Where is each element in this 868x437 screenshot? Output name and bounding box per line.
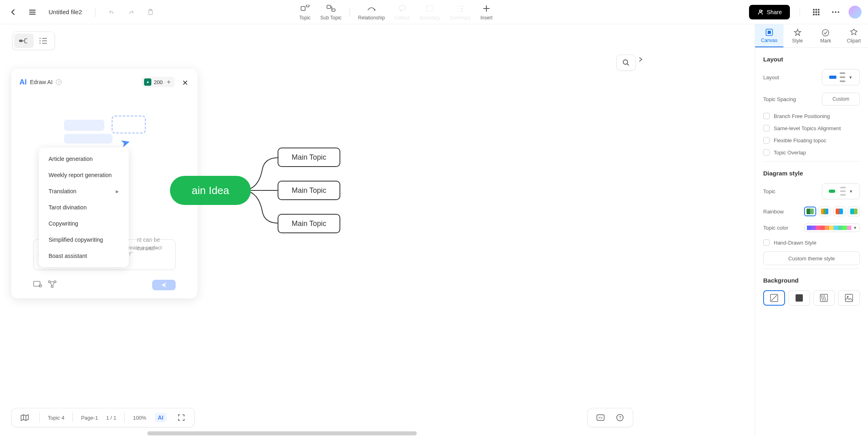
- boundary-icon: [425, 4, 435, 13]
- tab-style[interactable]: Style: [783, 24, 812, 47]
- main-idea-node[interactable]: ain Idea: [170, 176, 251, 205]
- callout-tool[interactable]: Callout: [390, 2, 414, 22]
- svg-rect-15: [813, 14, 815, 15]
- bg-pattern[interactable]: [813, 290, 835, 306]
- svg-point-29: [51, 286, 53, 288]
- horizontal-scrollbar[interactable]: [147, 431, 417, 435]
- paste-button[interactable]: [144, 6, 157, 19]
- svg-point-18: [832, 11, 834, 13]
- status-bar: Topic 4 Page-1 1 / 1 100% AI: [11, 408, 195, 427]
- svg-text:?: ?: [619, 415, 621, 420]
- close-button[interactable]: ✕: [182, 78, 189, 86]
- no-bg-icon: [770, 293, 779, 302]
- back-button[interactable]: [6, 6, 19, 19]
- background-section-title: Background: [763, 277, 860, 284]
- custom-theme-button[interactable]: Custom theme style: [763, 251, 860, 265]
- menu-boast-assistant[interactable]: Boast assistant: [39, 248, 129, 264]
- diagram-style-title: Diagram style: [763, 170, 860, 177]
- bg-none[interactable]: [763, 290, 785, 306]
- tab-canvas[interactable]: Canvas: [755, 24, 783, 47]
- svg-rect-36: [768, 31, 771, 34]
- top-left-group: Untitled file2: [6, 6, 157, 19]
- search-icon: [622, 59, 630, 66]
- svg-point-20: [838, 11, 839, 13]
- map-icon: [21, 414, 29, 421]
- rainbow-opt-3[interactable]: [833, 207, 845, 216]
- solid-bg-icon: [795, 293, 804, 302]
- overlap-checkbox[interactable]: [763, 149, 770, 156]
- map-button[interactable]: [18, 411, 31, 424]
- share-label: Share: [767, 9, 782, 15]
- undo-button[interactable]: [105, 6, 118, 19]
- menu-button[interactable]: [26, 6, 39, 19]
- nodes-icon[interactable]: [48, 280, 57, 290]
- file-title[interactable]: Untitled file2: [45, 8, 85, 15]
- add-tokens-button[interactable]: +: [165, 78, 172, 86]
- help-button[interactable]: ?: [613, 411, 626, 424]
- mindmap-view-button[interactable]: [14, 34, 34, 48]
- page-label[interactable]: Page-1: [81, 415, 98, 421]
- canvas-icon: [765, 28, 774, 37]
- chevron-down-icon: ▼: [849, 189, 853, 194]
- hand-drawn-checkbox[interactable]: [763, 239, 770, 246]
- info-icon[interactable]: ?: [56, 79, 62, 85]
- tab-mark[interactable]: Mark: [812, 24, 840, 47]
- canvas[interactable]: AI Edraw AI ? ✦ 200 + ✕ ➤: [0, 24, 755, 437]
- menu-translation[interactable]: Translation▶: [39, 183, 129, 199]
- custom-spacing-button[interactable]: Custom: [822, 93, 860, 106]
- redo-button[interactable]: [125, 6, 138, 19]
- flexible-checkbox[interactable]: [763, 137, 770, 144]
- topic-node-1[interactable]: Main Topic: [278, 148, 340, 167]
- overlap-label: Topic Overlap: [774, 150, 806, 156]
- ai-toggle-button[interactable]: AI: [155, 413, 167, 422]
- menu-article-generation[interactable]: Article generation: [39, 151, 129, 167]
- card-icon[interactable]: [33, 280, 43, 290]
- function-button[interactable]: Fn: [594, 411, 607, 424]
- menu-simplified-copy[interactable]: Simplified copywriting: [39, 232, 129, 248]
- same-level-checkbox[interactable]: [763, 125, 770, 131]
- relationship-tool[interactable]: Relationship: [353, 2, 390, 22]
- top-toolbar: Untitled file2 Topic Sub Topic Relations…: [0, 0, 868, 24]
- outline-view-button[interactable]: [34, 34, 53, 48]
- user-avatar[interactable]: [849, 6, 862, 19]
- collapse-panel-button[interactable]: [639, 57, 643, 64]
- flexible-label: Flexible Floating topoc: [774, 137, 826, 144]
- layout-select[interactable]: ▼: [822, 69, 860, 85]
- sub-topic-tool[interactable]: Sub Topic: [316, 2, 346, 22]
- layout-preview-icon: [829, 72, 845, 82]
- menu-tarot[interactable]: Tarot divination: [39, 199, 129, 215]
- topic-color-select[interactable]: ▼: [804, 224, 860, 232]
- bg-solid[interactable]: [788, 290, 810, 306]
- boundary-tool[interactable]: Boundary: [414, 2, 445, 22]
- zoom-level[interactable]: 100%: [133, 415, 146, 421]
- svg-point-37: [822, 30, 829, 36]
- topic-node-3[interactable]: Main Topic: [278, 214, 340, 233]
- share-button[interactable]: Share: [749, 5, 790, 19]
- divider: [800, 7, 800, 17]
- tool-label: Sub Topic: [320, 15, 342, 21]
- menu-weekly-report[interactable]: Weekly report generation: [39, 167, 129, 183]
- rainbow-opt-4[interactable]: [848, 207, 860, 216]
- summary-tool[interactable]: Summary: [445, 2, 475, 22]
- bg-image[interactable]: [838, 290, 860, 306]
- fullscreen-button[interactable]: [175, 411, 188, 424]
- topic-style-select[interactable]: ▼: [822, 183, 860, 199]
- topic-node-2[interactable]: Main Topic: [278, 181, 340, 200]
- callout-icon: [397, 4, 407, 13]
- menu-copywriting[interactable]: Copywriting: [39, 215, 129, 232]
- insert-tool[interactable]: Insert: [475, 2, 497, 22]
- svg-rect-16: [815, 14, 817, 15]
- send-button[interactable]: [152, 280, 176, 290]
- rainbow-opt-2[interactable]: [819, 207, 831, 216]
- branch-free-checkbox[interactable]: [763, 113, 770, 119]
- search-button[interactable]: [616, 55, 636, 71]
- main-tools: Topic Sub Topic Relationship Callout Bou…: [295, 2, 498, 22]
- chevron-right-icon: [639, 57, 643, 62]
- topic-tool[interactable]: Topic: [295, 2, 316, 22]
- more-button[interactable]: [829, 6, 842, 19]
- rainbow-opt-1[interactable]: [804, 207, 816, 216]
- relationship-icon: [367, 4, 376, 13]
- tab-clipart[interactable]: Clipart: [840, 24, 868, 47]
- apps-button[interactable]: [810, 6, 823, 19]
- properties-panel: Canvas Style Mark Clipart Layout Layout: [755, 24, 868, 437]
